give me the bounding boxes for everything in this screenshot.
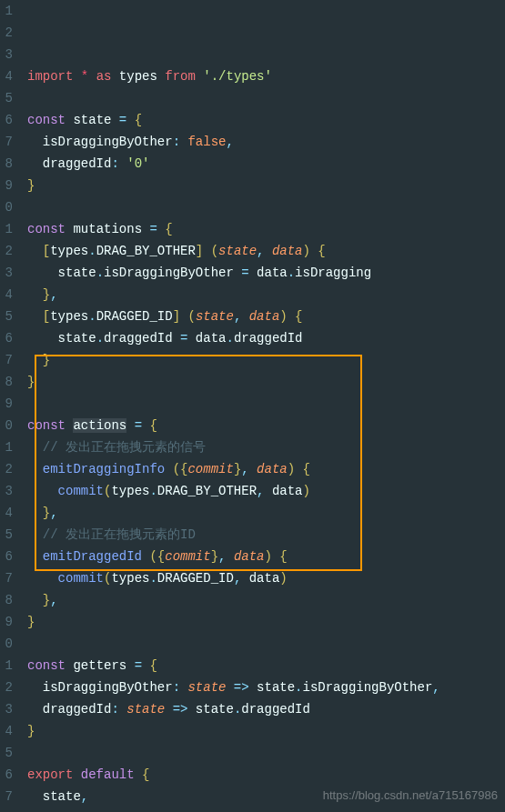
- code-line[interactable]: isDraggingByOther: false,: [27, 131, 505, 153]
- code-token: :: [173, 680, 188, 695]
- code-token: state: [257, 680, 295, 695]
- code-token: data: [257, 462, 288, 476]
- code-token: // 发出正在拖拽元素的ID: [43, 527, 196, 542]
- code-token: .: [96, 266, 104, 280]
- code-line[interactable]: },: [27, 284, 505, 306]
- code-token: =>: [226, 680, 257, 695]
- line-number: 9: [0, 175, 13, 196]
- code-line[interactable]: }: [27, 720, 505, 742]
- code-line[interactable]: state.isDraggingByOther = data.isDraggin…: [27, 262, 505, 284]
- code-token: {: [142, 767, 149, 782]
- code-token: types: [50, 309, 88, 324]
- code-token: isDraggingByOther: [27, 680, 173, 695]
- line-number: 3: [0, 698, 13, 720]
- code-line[interactable]: [types.DRAGGED_ID] (state, data) {: [27, 306, 505, 327]
- code-token: commit: [58, 571, 104, 586]
- code-token: .: [88, 309, 96, 324]
- code-token: =: [135, 658, 150, 673]
- code-token: =: [135, 418, 150, 433]
- code-line[interactable]: commit(types.DRAG_BY_OTHER, data): [27, 480, 505, 502]
- code-token: types: [50, 244, 88, 258]
- code-token: .: [226, 331, 233, 346]
- line-number: 8: [0, 589, 13, 611]
- code-line[interactable]: draggedId: state => state.draggedId: [27, 698, 505, 720]
- code-token: [27, 287, 43, 302]
- code-token: }: [43, 353, 50, 367]
- code-token: isDragging: [295, 266, 371, 280]
- code-token: commit: [58, 484, 104, 498]
- code-token: ,: [50, 506, 57, 520]
- line-number: 1: [0, 655, 13, 677]
- code-token: :: [173, 135, 188, 149]
- code-token: draggedId: [27, 702, 111, 717]
- code-token: commit: [165, 549, 210, 564]
- code-line[interactable]: import * as types from './types': [27, 65, 505, 87]
- code-line[interactable]: state.draggedId = data.draggedId: [27, 327, 505, 349]
- line-number: 6: [0, 327, 13, 349]
- line-number: 6: [0, 546, 13, 567]
- code-token: data: [272, 484, 303, 498]
- code-token: data: [249, 309, 280, 324]
- code-token: ,: [234, 309, 249, 324]
- code-line[interactable]: const mutations = {: [27, 218, 505, 240]
- code-line[interactable]: const state = {: [27, 109, 505, 131]
- code-token: }: [27, 375, 35, 389]
- code-token: .: [88, 244, 96, 258]
- code-line[interactable]: // 发出正在拖拽元素的ID: [27, 524, 505, 546]
- code-editor[interactable]: 1234567890123456789012345678901234567 im…: [0, 0, 505, 812]
- line-number: 7: [0, 567, 13, 589]
- code-line[interactable]: [27, 196, 505, 218]
- code-token: draggedId: [104, 331, 180, 346]
- code-line[interactable]: [27, 742, 505, 764]
- code-token: ,: [241, 462, 257, 476]
- line-number: 2: [0, 240, 13, 262]
- code-line[interactable]: emitDraggedId ({commit}, data) {: [27, 546, 505, 567]
- code-token: draggedId: [234, 331, 303, 346]
- code-token: state: [27, 331, 96, 346]
- code-token: ,: [257, 484, 272, 498]
- code-line[interactable]: [27, 393, 505, 415]
- code-token: isDraggingByOther: [104, 266, 241, 280]
- code-line[interactable]: const actions = {: [27, 415, 505, 436]
- code-token: data: [234, 549, 265, 564]
- code-token: from: [165, 69, 203, 84]
- code-line[interactable]: [27, 87, 505, 109]
- code-token: }: [43, 506, 50, 520]
- code-line[interactable]: [27, 633, 505, 655]
- code-line[interactable]: emitDraggingInfo ({commit}, data) {: [27, 458, 505, 480]
- code-line[interactable]: export default {: [27, 764, 505, 786]
- code-token: .: [96, 331, 104, 346]
- code-token: :: [111, 702, 126, 717]
- code-line[interactable]: const getters = {: [27, 655, 505, 677]
- code-line[interactable]: }: [27, 175, 505, 196]
- code-line[interactable]: }: [27, 611, 505, 633]
- code-token: import: [27, 69, 81, 84]
- line-number: 3: [0, 480, 13, 502]
- code-token: [27, 244, 43, 258]
- code-line[interactable]: // 发出正在拖拽元素的信号: [27, 436, 505, 458]
- code-token: [27, 484, 58, 498]
- code-token: {: [157, 549, 165, 564]
- code-area[interactable]: import * as types from './types'const st…: [16, 0, 505, 812]
- line-number: 0: [0, 196, 13, 218]
- code-line[interactable]: }: [27, 371, 505, 393]
- code-token: state: [27, 266, 96, 280]
- code-line[interactable]: draggedId: '0': [27, 153, 505, 175]
- code-line[interactable]: commit(types.DRAGGED_ID, data): [27, 567, 505, 589]
- code-token: .: [149, 571, 157, 586]
- code-token: types: [111, 571, 149, 586]
- code-line[interactable]: }: [27, 349, 505, 371]
- line-number: 1: [0, 218, 13, 240]
- code-token: {: [295, 462, 310, 476]
- code-token: data: [196, 331, 227, 346]
- code-token: false: [187, 135, 226, 149]
- code-token: DRAG_BY_OTHER: [96, 244, 196, 258]
- code-token: const: [27, 418, 73, 433]
- code-line[interactable]: getters,: [27, 807, 505, 812]
- code-token: data: [272, 244, 303, 258]
- code-line[interactable]: isDraggingByOther: state => state.isDrag…: [27, 677, 505, 698]
- code-line[interactable]: },: [27, 502, 505, 524]
- code-token: commit: [187, 462, 233, 476]
- code-line[interactable]: [types.DRAG_BY_OTHER] (state, data) {: [27, 240, 505, 262]
- code-line[interactable]: },: [27, 589, 505, 611]
